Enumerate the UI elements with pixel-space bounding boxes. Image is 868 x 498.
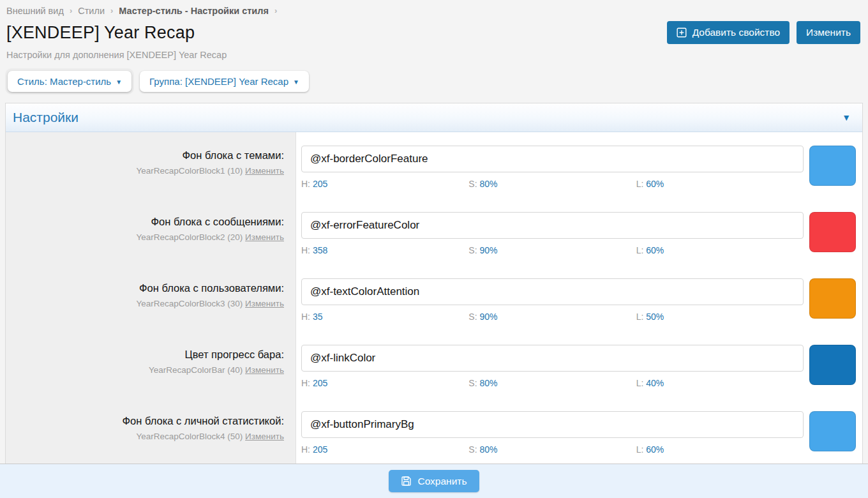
property-title: Фон блока с пользователями: (12, 282, 284, 294)
property-edit-link[interactable]: Изменить (245, 299, 284, 308)
hue-readout: H: 205 (301, 179, 468, 189)
add-property-button[interactable]: Добавить свойство (667, 21, 789, 44)
chevron-down-icon: ▼ (293, 79, 299, 86)
property-value-cell: H: 205 S: 80% L: 40% (296, 331, 862, 398)
color-swatch[interactable] (809, 411, 856, 451)
property-value-input[interactable] (301, 278, 804, 305)
property-value-cell: H: 358 S: 90% L: 60% (296, 199, 862, 265)
property-value-input[interactable] (301, 146, 804, 172)
property-id: YearRecapColorBar (40) (149, 365, 243, 375)
property-row: Фон блока с сообщениями: YearRecapColorB… (6, 199, 862, 265)
value-field-area: H: 205 S: 80% L: 40% (301, 345, 804, 398)
property-meta: YearRecapColorBar (40) Изменить (12, 365, 284, 375)
property-row: Цвет прогресс бара: YearRecapColorBar (4… (6, 331, 862, 398)
property-id: YearRecapColorBlock4 (50) (136, 432, 243, 441)
hue-readout: H: 205 (301, 444, 468, 455)
edit-button-label: Изменить (806, 27, 851, 38)
page-subtitle: Настройки для дополнения [XENDEEP] Year … (6, 50, 862, 60)
property-label-cell: Фон блока с личной статистикой: YearReca… (6, 398, 296, 464)
hsl-readout: H: 35 S: 90% L: 50% (301, 312, 804, 322)
settings-panel-header[interactable]: Настройки ▼ (6, 103, 862, 132)
property-id: YearRecapColorBlock3 (30) (136, 299, 243, 308)
page-header: Внешний вид › Стили › Мастер-стиль - Нас… (0, 0, 868, 60)
property-row: Фон блока с пользователями: YearRecapCol… (6, 265, 862, 331)
floppy-disk-icon (401, 476, 412, 487)
value-field-area: H: 205 S: 80% L: 60% (301, 146, 804, 199)
property-id: YearRecapColorBlock1 (10) (136, 166, 243, 176)
property-title: Фон блока с сообщениями: (12, 216, 284, 228)
property-value-cell: H: 205 S: 80% L: 60% (296, 132, 862, 199)
property-title: Фон блока с темами: (12, 149, 284, 162)
property-edit-link[interactable]: Изменить (245, 432, 284, 441)
property-label-cell: Фон блока с сообщениями: YearRecapColorB… (6, 199, 296, 265)
property-value-input[interactable] (301, 212, 804, 239)
breadcrumb-styles[interactable]: Стили (78, 6, 105, 16)
page-title: [XENDEEP] Year Recap (6, 23, 195, 43)
settings-panel: Настройки ▼ Фон блока с темами: YearReca… (5, 103, 863, 464)
save-bar: Сохранить (0, 464, 868, 498)
saturation-readout: S: 90% (468, 245, 636, 255)
property-edit-link[interactable]: Изменить (245, 166, 284, 176)
property-meta: YearRecapColorBlock4 (50) Изменить (12, 432, 284, 441)
property-id: YearRecapColorBlock2 (20) (136, 232, 243, 242)
plus-square-icon (677, 27, 687, 38)
hsl-readout: H: 358 S: 90% L: 60% (301, 245, 804, 255)
color-swatch[interactable] (809, 212, 856, 252)
breadcrumb-chevron-icon: › (274, 6, 277, 15)
saturation-readout: S: 80% (468, 179, 636, 189)
breadcrumb-chevron-icon: › (110, 6, 113, 15)
hue-readout: H: 358 (301, 245, 468, 255)
breadcrumb: Внешний вид › Стили › Мастер-стиль - Нас… (6, 6, 862, 16)
property-meta: YearRecapColorBlock3 (30) Изменить (12, 299, 284, 308)
breadcrumb-chevron-icon: › (70, 6, 72, 15)
lightness-readout: L: 40% (636, 378, 804, 388)
saturation-readout: S: 80% (468, 444, 636, 455)
lightness-readout: L: 60% (636, 444, 804, 455)
property-value-cell: H: 205 S: 80% L: 60% (296, 398, 862, 464)
property-value-input[interactable] (301, 411, 804, 438)
property-value-input[interactable] (301, 345, 804, 372)
property-value-cell: H: 35 S: 90% L: 50% (296, 265, 862, 331)
lightness-readout: L: 60% (636, 245, 804, 255)
breadcrumb-style-properties[interactable]: Мастер-стиль - Настройки стиля (119, 6, 269, 16)
property-label-cell: Фон блока с темами: YearRecapColorBlock1… (6, 132, 296, 199)
edit-button[interactable]: Изменить (797, 21, 860, 44)
filter-bar: Стиль: Мастер-стиль ▼ Группа: [XENDEEP] … (0, 68, 868, 94)
property-label-cell: Фон блока с пользователями: YearRecapCol… (6, 265, 296, 331)
property-edit-link[interactable]: Изменить (245, 365, 284, 375)
group-selector[interactable]: Группа: [XENDEEP] Year Recap ▼ (140, 71, 309, 92)
save-button-label: Сохранить (417, 476, 467, 487)
hue-readout: H: 35 (301, 312, 468, 322)
value-field-area: H: 358 S: 90% L: 60% (301, 212, 804, 265)
style-selector[interactable]: Стиль: Мастер-стиль ▼ (8, 71, 131, 92)
color-swatch[interactable] (809, 345, 856, 385)
property-row: Фон блока с личной статистикой: YearReca… (6, 398, 862, 464)
property-meta: YearRecapColorBlock2 (20) Изменить (12, 232, 284, 242)
color-swatch[interactable] (809, 146, 856, 186)
add-property-label: Добавить свойство (692, 27, 780, 38)
value-field-area: H: 35 S: 90% L: 50% (301, 278, 804, 331)
title-actions: Добавить свойство Изменить (667, 21, 862, 44)
color-swatch[interactable] (809, 278, 856, 319)
breadcrumb-appearance[interactable]: Внешний вид (6, 6, 64, 16)
property-row: Фон блока с темами: YearRecapColorBlock1… (6, 132, 862, 199)
hsl-readout: H: 205 S: 80% L: 40% (301, 378, 804, 388)
property-meta: YearRecapColorBlock1 (10) Изменить (12, 166, 284, 176)
lightness-readout: L: 50% (636, 312, 804, 322)
chevron-down-icon: ▼ (116, 79, 122, 86)
style-selector-label: Стиль: Мастер-стиль (17, 76, 111, 87)
lightness-readout: L: 60% (636, 179, 804, 189)
property-edit-link[interactable]: Изменить (245, 232, 284, 242)
value-field-area: H: 205 S: 80% L: 60% (301, 411, 804, 464)
hsl-readout: H: 205 S: 80% L: 60% (301, 179, 804, 189)
save-button[interactable]: Сохранить (389, 470, 479, 492)
saturation-readout: S: 90% (468, 312, 636, 322)
saturation-readout: S: 80% (468, 378, 636, 388)
settings-panel-title: Настройки (13, 110, 79, 125)
property-title: Цвет прогресс бара: (12, 349, 284, 361)
collapse-chevron-icon[interactable]: ▼ (842, 113, 851, 122)
style-selector-halo: Стиль: Мастер-стиль ▼ (5, 68, 134, 94)
property-title: Фон блока с личной статистикой: (12, 415, 284, 427)
group-selector-label: Группа: [XENDEEP] Year Recap (149, 76, 288, 87)
hue-readout: H: 205 (301, 378, 468, 388)
